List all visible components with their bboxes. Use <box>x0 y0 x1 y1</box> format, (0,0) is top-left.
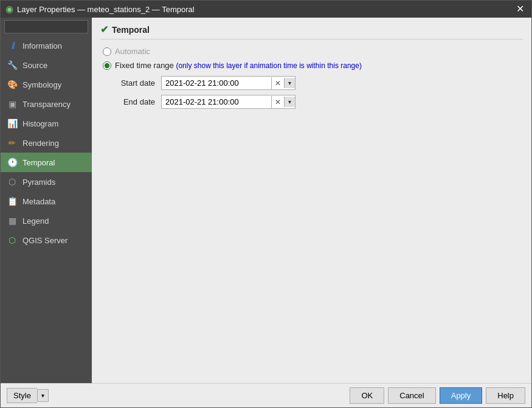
temporal-checkmark-icon: ✔ <box>100 24 108 35</box>
help-button[interactable]: Help <box>486 387 525 404</box>
sidebar-item-transparency[interactable]: ▣ Transparency <box>1 94 92 114</box>
sidebar-label-metadata: Metadata <box>22 197 55 206</box>
qgis-logo-icon: ◉ <box>5 4 13 15</box>
end-date-input[interactable] <box>162 95 271 108</box>
start-date-dropdown-button[interactable]: ▾ <box>284 78 295 88</box>
search-box <box>1 18 92 36</box>
start-date-input[interactable] <box>162 77 271 89</box>
ok-button[interactable]: OK <box>350 387 384 404</box>
sidebar-item-qgis-server[interactable]: ⬡ QGIS Server <box>1 230 92 250</box>
style-dropdown-button[interactable]: ▾ <box>37 389 49 402</box>
end-date-clear-button[interactable]: ✕ <box>271 96 284 108</box>
sidebar-item-source[interactable]: 🔧 Source <box>1 55 92 75</box>
sidebar-label-temporal: Temporal <box>22 158 55 167</box>
sidebar-label-rendering: Rendering <box>22 139 59 148</box>
automatic-label: Automatic <box>115 47 150 56</box>
panel-title: Temporal <box>112 25 150 35</box>
footer: Style ▾ OK Cancel Apply Help <box>1 383 531 407</box>
fixed-range-description: (only show this layer if animation time … <box>176 61 361 70</box>
end-date-row: End date ✕ ▾ <box>112 95 523 109</box>
automatic-radio-row: Automatic <box>103 47 523 56</box>
sidebar-item-metadata[interactable]: 📋 Metadata <box>1 192 92 211</box>
end-date-label: End date <box>112 97 155 106</box>
automatic-radio[interactable] <box>103 47 111 56</box>
end-date-dropdown-button[interactable]: ▾ <box>284 97 295 107</box>
sidebar-item-legend[interactable]: ▦ Legend <box>1 211 92 230</box>
style-button[interactable]: Style <box>7 388 37 403</box>
sidebar-item-symbology[interactable]: 🎨 Symbology <box>1 75 92 94</box>
cancel-button[interactable]: Cancel <box>388 387 435 404</box>
titlebar-left: ◉ Layer Properties — meteo_stations_2 — … <box>5 4 195 15</box>
search-input[interactable] <box>4 20 88 33</box>
qgis-server-icon: ⬡ <box>7 235 18 246</box>
close-button[interactable]: ✕ <box>514 4 527 14</box>
sidebar-label-histogram: Histogram <box>22 119 58 128</box>
sidebar-item-temporal[interactable]: 🕐 Temporal <box>1 153 92 172</box>
content-area: ℹ Information 🔧 Source 🎨 Symbology ▣ Tra… <box>1 18 531 383</box>
start-date-row: Start date ✕ ▾ <box>112 76 523 90</box>
main-panel: ✔ Temporal Automatic Fixed time range (o… <box>92 18 531 383</box>
sidebar-label-source: Source <box>22 61 47 70</box>
window-title: Layer Properties — meteo_stations_2 — Te… <box>17 5 195 14</box>
end-date-input-wrap: ✕ ▾ <box>161 95 295 109</box>
fixed-range-radio[interactable] <box>103 61 111 70</box>
sidebar-label-transparency: Transparency <box>22 100 71 109</box>
histogram-icon: 📊 <box>7 118 18 129</box>
temporal-radio-group: Automatic Fixed time range (only show th… <box>103 47 523 70</box>
start-date-label: Start date <box>112 78 155 88</box>
sidebar-label-symbology: Symbology <box>22 80 61 89</box>
footer-left: Style ▾ <box>7 388 49 403</box>
rendering-icon: ✏ <box>7 137 18 148</box>
sidebar-item-information[interactable]: ℹ Information <box>1 36 92 55</box>
titlebar: ◉ Layer Properties — meteo_stations_2 — … <box>1 1 531 18</box>
sidebar-label-information: Information <box>22 41 62 50</box>
metadata-icon: 📋 <box>7 196 18 207</box>
sidebar-label-pyramids: Pyramids <box>22 178 55 187</box>
panel-title-row: ✔ Temporal <box>100 24 523 40</box>
fixed-range-radio-row: Fixed time range (only show this layer i… <box>103 61 523 70</box>
sidebar-item-histogram[interactable]: 📊 Histogram <box>1 114 92 133</box>
pyramids-icon: ⬡ <box>7 176 18 187</box>
sidebar: ℹ Information 🔧 Source 🎨 Symbology ▣ Tra… <box>1 18 92 383</box>
information-icon: ℹ <box>7 40 18 51</box>
symbology-icon: 🎨 <box>7 79 18 90</box>
sidebar-label-qgis-server: QGIS Server <box>22 236 67 245</box>
transparency-icon: ▣ <box>7 99 18 109</box>
sidebar-item-rendering[interactable]: ✏ Rendering <box>1 133 92 153</box>
legend-icon: ▦ <box>7 215 18 226</box>
fixed-range-text: Fixed time range <box>115 61 174 70</box>
sidebar-label-legend: Legend <box>22 216 49 226</box>
start-date-input-wrap: ✕ ▾ <box>161 76 295 90</box>
temporal-icon: 🕐 <box>7 157 18 168</box>
source-icon: 🔧 <box>7 60 18 71</box>
apply-button[interactable]: Apply <box>440 387 483 404</box>
date-fields: Start date ✕ ▾ End date ✕ ▾ <box>112 76 523 109</box>
layer-properties-window: ◉ Layer Properties — meteo_stations_2 — … <box>0 0 532 408</box>
sidebar-item-pyramids[interactable]: ⬡ Pyramids <box>1 172 92 192</box>
fixed-range-label: Fixed time range (only show this layer i… <box>115 61 362 70</box>
footer-right: OK Cancel Apply Help <box>350 387 525 404</box>
start-date-clear-button[interactable]: ✕ <box>271 77 284 89</box>
